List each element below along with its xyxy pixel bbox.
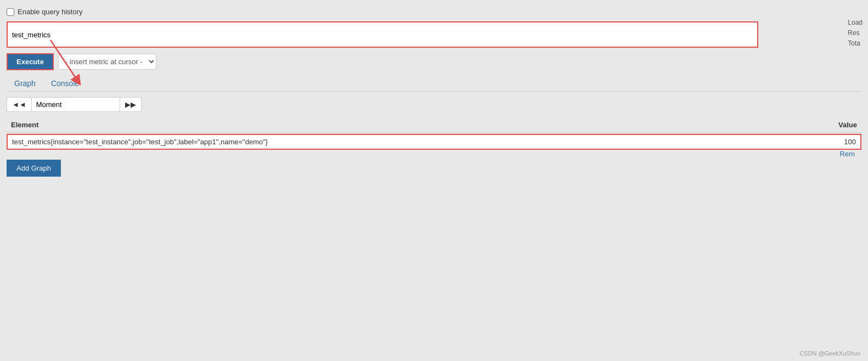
results-table: Element Value test_metrics{instance="tes… xyxy=(7,117,861,150)
moment-prev-button[interactable]: ◄◄ xyxy=(7,97,32,112)
tabs-container: Graph Console xyxy=(7,76,861,92)
add-graph-button[interactable]: Add Graph xyxy=(7,160,61,177)
table-row: test_metrics{instance="test_instance",jo… xyxy=(7,134,861,150)
moment-next-button[interactable]: ▶▶ xyxy=(120,97,142,112)
element-cell: test_metrics{instance="test_instance",jo… xyxy=(12,138,268,146)
watermark: CSDN @GeekXuShuo xyxy=(799,350,860,357)
right-panel-info: Load Res Tota xyxy=(848,18,863,49)
query-input[interactable] xyxy=(7,21,758,48)
enable-history-label: Enable query history xyxy=(18,8,83,16)
col-value-header: Value xyxy=(838,121,857,129)
enable-history-checkbox[interactable] xyxy=(7,8,14,16)
tab-console[interactable]: Console xyxy=(43,76,87,91)
table-header: Element Value xyxy=(7,117,861,133)
col-element-header: Element xyxy=(11,121,39,129)
tab-graph[interactable]: Graph xyxy=(7,76,43,91)
metric-select[interactable]: - insert metric at cursor - xyxy=(58,54,156,70)
value-cell: 100 xyxy=(844,138,856,146)
moment-input[interactable] xyxy=(32,97,120,112)
execute-button[interactable]: Execute xyxy=(7,53,54,70)
